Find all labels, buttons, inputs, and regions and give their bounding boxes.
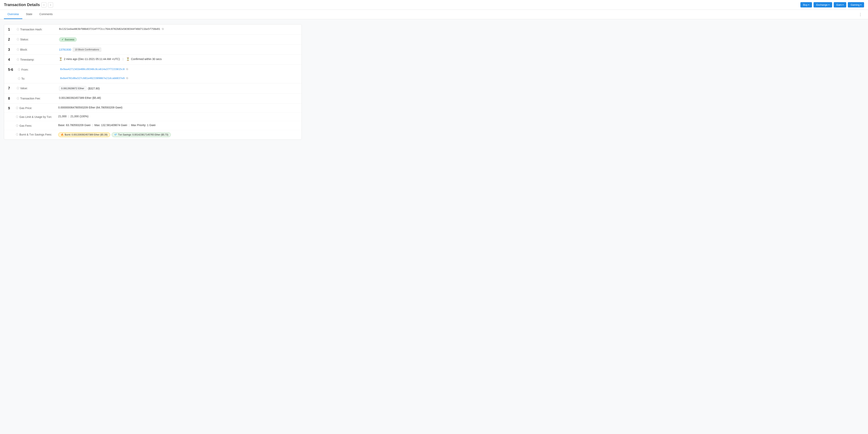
tab-bar: Overview State Comments ⋮ (0, 10, 868, 19)
separator: | (123, 57, 123, 61)
buy-button[interactable]: Buy ▾ (800, 2, 812, 7)
help-icon-4[interactable]: ⓘ (17, 58, 19, 61)
help-icon-8[interactable]: ⓘ (17, 97, 19, 100)
value-value: 0.0813928872 Ether ($327.80) (59, 86, 298, 91)
block-label: ⓘ Block: (17, 48, 56, 51)
row-number-4: 4 (8, 57, 13, 62)
tab-comments[interactable]: Comments (36, 10, 56, 19)
row-number-2: 2 (8, 37, 13, 41)
next-button[interactable]: › (48, 2, 53, 7)
earn-button[interactable]: Earn ▾ (834, 2, 846, 7)
status-label: ⓘ Status: (17, 37, 56, 41)
buy-chevron-icon: ▾ (808, 4, 809, 6)
block-value: 13781930 10 Block Confirmations (59, 48, 298, 52)
gaming-chevron-icon: ▾ (860, 4, 861, 6)
tab-overview[interactable]: Overview (4, 10, 22, 19)
main-content: 1 ⓘ Transaction Hash: 0x1321edae883bf08b… (0, 19, 306, 143)
burnt-badge: 🔥 Burnt: 0.001339392457389 Ether ($5.39) (58, 133, 110, 137)
gas-price-row: ⓘ Gas Price: 0.000000064780593209 Ether … (4, 104, 302, 112)
timestamp-value: ⏳ 2 mins ago (Dec-11-2021 05:11:44 AM +U… (59, 57, 298, 61)
help-icon-gas-fees[interactable]: ⓘ (16, 124, 19, 127)
gas-fees-label: ⓘ Gas Fees: (16, 123, 55, 127)
txn-fee-value: 0.001360392457389 Ether ($5.48) (59, 96, 298, 99)
from-label: ⓘ From: (18, 67, 57, 71)
help-icon-6[interactable]: ⓘ (18, 77, 20, 80)
from-address-link[interactable]: 0x9aa42713d1b400cd9348c8ce614a37f7233815… (60, 68, 125, 70)
block-number-link[interactable]: 13781930 (59, 48, 71, 51)
page-title-group: Transaction Details ‹ › (4, 2, 53, 7)
gas-price-label: ⓘ Gas Price: (16, 106, 55, 110)
burnt-row: ⓘ Burnt & Txn Savings Fees: 🔥 Burnt: 0.0… (4, 130, 302, 139)
row-number-3: 3 (8, 48, 13, 52)
gas-limit-value: 21,000 | 21,000 (100%) (58, 115, 298, 118)
tabs-container: Overview State Comments (4, 10, 56, 19)
separator-gfee1: | (92, 123, 93, 127)
block-confirmations-badge: 10 Block Confirmations (73, 48, 101, 52)
burnt-label: ⓘ Burnt & Txn Savings Fees: (16, 133, 55, 136)
transaction-hash-label: ⓘ Transaction Hash: (17, 27, 56, 31)
help-icon-gas-price[interactable]: ⓘ (16, 106, 19, 110)
to-row: ⓘ To: 0x6e4781d0a327c601e4923309867e21dc… (4, 77, 132, 83)
help-icon-5[interactable]: ⓘ (18, 68, 20, 71)
tab-state[interactable]: State (22, 10, 36, 19)
savings-badge: 💎 Txn Savings: 0.001423817145765 Ether (… (112, 133, 171, 137)
confirm-clock-icon: ⏳ (126, 57, 129, 61)
help-icon-1[interactable]: ⓘ (17, 28, 19, 31)
help-icon-gas-limit[interactable]: ⓘ (16, 115, 19, 119)
fire-icon: 🔥 (61, 133, 64, 136)
diamond-icon: 💎 (114, 133, 117, 136)
ether-value-badge: 0.0813928872 Ether (59, 86, 86, 91)
row-number-9: 9 (8, 106, 10, 110)
from-value: 0x9aa42713d1b400cd9348c8ce614a37f7233815… (60, 67, 128, 71)
exchange-button[interactable]: Exchange ▾ (813, 2, 832, 7)
block-row: 3 ⓘ Block: 13781930 10 Block Confirmatio… (4, 45, 302, 55)
txn-fee-label: ⓘ Transaction Fee: (17, 96, 56, 100)
status-badge: Success (59, 37, 77, 42)
gas-price-value: 0.000000064780593209 Ether (64.780593209… (58, 106, 298, 109)
status-value: Success (59, 37, 298, 42)
earn-chevron-icon: ▾ (842, 4, 843, 6)
from-row: ⓘ From: 0x9aa42713d1b400cd9348c8ce614a37… (4, 65, 132, 74)
help-icon-burnt[interactable]: ⓘ (16, 133, 19, 136)
row-number-8: 8 (8, 96, 13, 100)
help-icon-2[interactable]: ⓘ (17, 38, 19, 41)
row-number-7: 7 (8, 86, 13, 90)
prev-button[interactable]: ‹ (41, 2, 46, 7)
to-label: ⓘ To: (18, 77, 57, 80)
clock-icon: ⏳ (59, 57, 62, 61)
gas-fees-value: Base: 63.780593209 Gwei | Max: 132.58140… (58, 123, 298, 127)
gas-limit-label: ⓘ Gas Limit & Usage by Txn: (16, 115, 55, 119)
value-label: ⓘ Value: (17, 86, 56, 90)
separator-gas: | (68, 115, 69, 118)
more-options-icon[interactable]: ⋮ (857, 10, 864, 19)
transaction-hash-value: 0x1321edae883bf08b837314fff2cc764c0782b0… (59, 27, 298, 31)
transaction-details-card: 1 ⓘ Transaction Hash: 0x1321edae883bf08b… (4, 24, 302, 140)
copy-to-icon[interactable]: ⧉ (126, 77, 128, 80)
timestamp-label: ⓘ Timestamp: (17, 57, 56, 61)
copy-from-icon[interactable]: ⧉ (126, 67, 128, 71)
txn-fee-row: 8 ⓘ Transaction Fee: 0.001360392457389 E… (4, 93, 302, 104)
gas-limit-row: ⓘ Gas Limit & Usage by Txn: 21,000 | 21,… (4, 112, 302, 121)
help-icon-7[interactable]: ⓘ (17, 86, 19, 90)
topbar: Transaction Details ‹ › Buy ▾ Exchange ▾… (0, 0, 868, 10)
exchange-chevron-icon: ▾ (829, 4, 829, 6)
value-row: 7 ⓘ Value: 0.0813928872 Ether ($327.80) (4, 83, 302, 93)
nav-buttons: Buy ▾ Exchange ▾ Earn ▾ Gaming ▾ (800, 2, 864, 7)
burnt-value: 🔥 Burnt: 0.001339392457389 Ether ($5.39)… (58, 133, 298, 137)
page-title: Transaction Details (4, 3, 40, 7)
row-number-1: 1 (8, 27, 13, 32)
separator-gfee2: | (129, 123, 129, 127)
to-address-link[interactable]: 0x6e4781d0a327c601e4923309867e21dcab6037… (60, 77, 125, 80)
gas-section: 9 ⓘ Gas Price: 0.000000064780593209 Ethe… (4, 104, 302, 139)
gas-fees-row: ⓘ Gas Fees: Base: 63.780593209 Gwei | Ma… (4, 121, 302, 130)
status-row: 2 ⓘ Status: Success (4, 34, 302, 45)
gaming-button[interactable]: Gaming ▾ (848, 2, 864, 7)
to-value: 0x6e4781d0a327c601e4923309867e21dcab6037… (60, 77, 128, 80)
help-icon-3[interactable]: ⓘ (17, 48, 19, 51)
row-number-56: 5-6 (8, 67, 13, 72)
timestamp-row: 4 ⓘ Timestamp: ⏳ 2 mins ago (Dec-11-2021… (4, 55, 302, 65)
from-to-section: 5-6 ⓘ From: 0x9aa42713d1b400cd9348c8ce61… (4, 65, 302, 83)
transaction-hash-row: 1 ⓘ Transaction Hash: 0x1321edae883bf08b… (4, 25, 302, 34)
copy-hash-icon[interactable]: ⧉ (162, 27, 164, 31)
